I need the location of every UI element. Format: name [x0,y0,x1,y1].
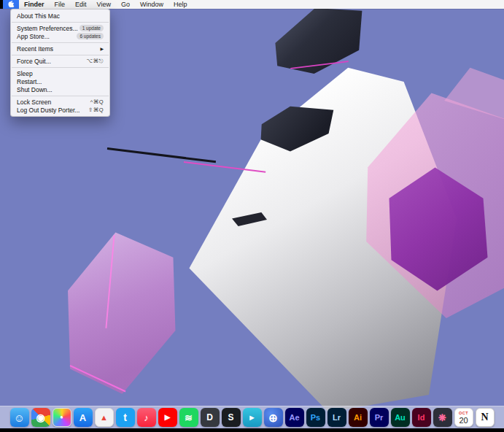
menu-item-label: About This Mac [17,12,60,20]
spotify-icon[interactable]: ≋ [179,408,198,427]
apple-menu: About This MacSystem Preferences...1 upd… [10,9,110,117]
slack-icon[interactable]: S [222,408,241,427]
menubar-item-view[interactable]: View [92,0,116,9]
notion-glyph: N [481,412,488,423]
discord-icon[interactable]: D [201,408,220,427]
facetime-glyph: ► [248,414,256,422]
apple-menu-item-system-preferences[interactable]: System Preferences...1 update [11,24,109,32]
menu-item-label: System Preferences... [17,25,78,32]
calendar-icon[interactable]: OCT20 [454,408,473,427]
apple-menu-item-sleep[interactable]: Sleep [11,69,109,77]
photoshop-icon[interactable]: Ps [306,408,325,427]
menu-bar-items: FinderFileEditViewGoWindowHelp [19,0,192,9]
twitter-icon[interactable]: t [116,408,135,427]
update-count-badge: 6 updates [77,33,104,39]
update-count-badge: 1 update [80,25,104,31]
menubar-item-finder[interactable]: Finder [19,0,50,9]
indesign-glyph: Id [418,414,425,422]
audition-icon[interactable]: Au [391,408,410,427]
menu-item-label: Sleep [17,70,33,77]
wallpaper-dark-hexagon-top [264,6,366,77]
menu-item-shortcut: ^⌘Q [90,99,104,105]
apple-music-icon[interactable]: ♪ [137,408,156,427]
apple-music-glyph: ♪ [144,413,149,423]
slack-glyph: S [228,413,233,422]
desktop: FinderFileEditViewGoWindowHelp About Thi… [0,0,504,432]
menubar-item-help[interactable]: Help [168,0,193,9]
dock: ☺◉●A▲t♪▶≋DS►⊕AePsLrAiPrAuId❋OCT20N [0,406,504,428]
apple-logo-icon [8,0,15,9]
menu-separator [12,42,109,43]
menu-item-label: Restart... [17,78,42,85]
menu-separator [12,96,109,96]
app-store-glyph: A [80,413,86,423]
finder-glyph: ☺ [14,412,25,423]
letterbox-bar [0,428,504,432]
menu-item-label: Log Out Dusty Porter... [17,107,80,114]
menubar-item-window[interactable]: Window [135,0,168,9]
apple-menu-item-recent-items[interactable]: Recent Items▶ [11,45,109,53]
chrome-glyph: ◉ [36,412,44,423]
submenu-arrow-icon: ▶ [100,46,104,51]
photos-glyph: ● [60,414,63,420]
audition-glyph: Au [395,414,406,422]
premiere-glyph: Pr [375,414,384,422]
corner-artifact [0,0,3,9]
discord-glyph: D [206,413,213,422]
illustrator-icon[interactable]: Ai [349,408,368,427]
launchpad-icon[interactable]: ▲ [95,408,114,427]
apple-menu-item-lock-screen[interactable]: Lock Screen^⌘Q [11,98,109,106]
menu-item-label: Recent Items [17,45,53,53]
menubar-item-edit[interactable]: Edit [70,0,92,9]
menu-item-label: Shut Down... [17,86,53,93]
youtube-music-icon[interactable]: ▶ [158,408,177,427]
menu-bar: FinderFileEditViewGoWindowHelp [0,0,504,9]
apple-menu-item-about-this-mac[interactable]: About This Mac [11,12,109,20]
notion-icon[interactable]: N [476,408,495,427]
facetime-icon[interactable]: ► [243,408,262,427]
app-store-icon[interactable]: A [74,408,93,427]
lightroom-icon[interactable]: Lr [327,408,346,427]
photoshop-glyph: Ps [311,414,320,422]
menu-item-label: Force Quit... [17,58,51,65]
lightroom-glyph: Lr [333,414,341,422]
spotify-glyph: ≋ [185,413,193,423]
finder-icon[interactable]: ☺ [10,408,29,427]
menubar-item-go[interactable]: Go [116,0,135,9]
after-effects-glyph: Ae [289,414,299,422]
globe-app-icon[interactable]: ⊕ [264,408,283,427]
launchpad-glyph: ▲ [100,414,108,422]
apple-menu-item-app-store[interactable]: App Store...6 updates [11,32,109,40]
apple-menu-item-shut-down[interactable]: Shut Down... [11,85,109,93]
twitter-glyph: t [123,412,127,423]
calendar-day: 20 [459,416,468,425]
apple-menu-item-restart[interactable]: Restart... [11,77,109,85]
menu-item-label: Lock Screen [17,99,51,106]
menu-separator [12,67,109,68]
indesign-icon[interactable]: Id [412,408,431,427]
photos-icon[interactable]: ● [53,408,71,427]
wallpaper-needle-dark [107,147,216,163]
after-effects-icon[interactable]: Ae [285,408,304,427]
menu-item-shortcut: ⇧⌘Q [88,107,104,113]
art-palette-app-icon[interactable]: ❋ [433,408,452,427]
chrome-icon[interactable]: ◉ [31,408,50,427]
menu-item-label: App Store... [17,33,50,40]
globe-app-glyph: ⊕ [268,412,278,423]
youtube-music-glyph: ▶ [165,414,171,421]
illustrator-glyph: Ai [354,414,362,422]
menubar-item-file[interactable]: File [50,0,71,9]
apple-menu-button[interactable] [3,0,19,9]
apple-menu-item-log-out-dusty-porter[interactable]: Log Out Dusty Porter...⇧⌘Q [11,106,109,114]
premiere-icon[interactable]: Pr [370,408,389,427]
menu-item-shortcut: ⌥⌘⎋ [86,58,104,65]
apple-menu-item-force-quit[interactable]: Force Quit...⌥⌘⎋ [11,57,109,65]
menu-separator [12,22,109,23]
menu-separator [12,55,109,55]
art-palette-app-glyph: ❋ [438,413,446,423]
